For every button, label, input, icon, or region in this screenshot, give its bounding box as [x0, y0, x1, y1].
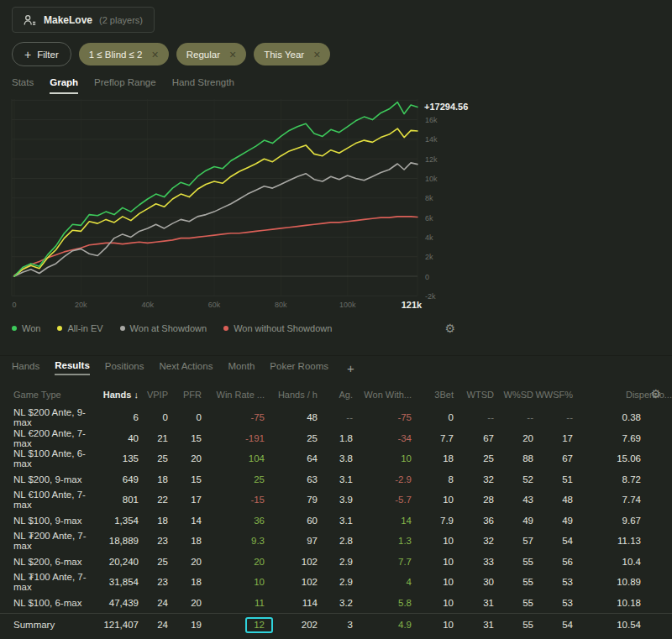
filter-chip-blind[interactable]: 1 ≤ Blind ≤ 2 × — [79, 43, 169, 65]
cell-value: 202 — [265, 620, 318, 630]
close-icon[interactable]: × — [229, 49, 236, 60]
table-row[interactable]: NL $200 Ante, 9-max600-7548---750------0… — [0, 407, 672, 428]
close-icon[interactable]: × — [152, 49, 159, 60]
table-settings-gear-icon[interactable]: ⚙ — [650, 388, 661, 400]
cell-value: 18,889 — [91, 536, 139, 546]
cell-value: 43 — [494, 495, 533, 505]
column-header-ag[interactable]: Ag. — [318, 390, 353, 400]
table-row[interactable]: NL $100, 6-max47,4392420111143.25.810315… — [0, 593, 672, 614]
y-axis-tick-label: 6k — [425, 214, 433, 223]
cell-value: 36 — [202, 516, 265, 526]
tab-stats[interactable]: Stats — [12, 77, 34, 94]
cell-value: 10 — [412, 620, 454, 630]
cell-value: 79 — [265, 495, 318, 505]
cell-value: 3 — [318, 620, 353, 630]
column-header-won-with[interactable]: Won With... — [353, 390, 412, 400]
player-group-meta: (2 players) — [99, 15, 143, 25]
table-row[interactable]: NL $100, 9-max1,354181436603.1147.936494… — [0, 511, 672, 532]
column-header-w%sd[interactable]: W%SD — [494, 390, 533, 400]
column-header-pfr[interactable]: PFR — [168, 390, 202, 400]
cell-value: -34 — [353, 433, 412, 443]
column-header-vpip[interactable]: VPIP — [139, 390, 168, 400]
legend-item-won-without-showdown[interactable]: Won without Showdown — [223, 323, 332, 333]
filter-bar: + Filter 1 ≤ Blind ≤ 2 × Regular × This … — [12, 43, 672, 65]
cell-value: 32 — [454, 536, 494, 546]
cell-game-type: NL ₮100 Ante, 7-max — [0, 572, 91, 592]
players-icon — [24, 14, 37, 26]
cell-value: 10 — [353, 453, 412, 464]
cell-value: 104 — [202, 453, 265, 464]
cell-value: 20,240 — [91, 557, 139, 567]
x-axis-tick-label: 60k — [208, 301, 221, 309]
tab-graph[interactable]: Graph — [50, 77, 78, 94]
add-tab-icon[interactable]: + — [347, 361, 354, 375]
cell-value: 24 — [139, 598, 168, 608]
cell-game-type: Summary — [0, 620, 91, 630]
chart-settings-gear-icon[interactable]: ⚙ — [444, 322, 455, 334]
tab-results[interactable]: Results — [55, 360, 90, 375]
column-header-3bet[interactable]: 3Bet — [412, 390, 454, 400]
table-row[interactable]: NL €200 Ante, 7-max402115-191251.8-347.7… — [0, 428, 672, 449]
legend-label: Won without Showdown — [234, 323, 332, 333]
cell-value: 14 — [168, 516, 202, 526]
filter-chip-this-year[interactable]: This Year × — [254, 43, 330, 65]
column-header-win-rate[interactable]: Win Rate ... — [202, 390, 265, 400]
y-axis-tick-label: 0 — [425, 273, 429, 281]
legend-item-won-at-showdown[interactable]: Won at Showdown — [120, 323, 207, 333]
cell-value: 97 — [265, 536, 318, 546]
x-axis-tick-label: 0 — [12, 301, 16, 309]
cell-value: 55 — [494, 577, 533, 587]
x-axis-tick-label: 80k — [275, 301, 287, 309]
cell-value: 10 — [412, 577, 454, 587]
cell-value: 21 — [139, 433, 168, 443]
filter-chip-regular[interactable]: Regular × — [176, 43, 246, 65]
tab-hand-strength[interactable]: Hand Strength — [172, 77, 234, 94]
tab-hands[interactable]: Hands — [12, 361, 39, 374]
tab-positions[interactable]: Positions — [105, 361, 144, 374]
cell-value: 2.9 — [318, 577, 353, 587]
cell-value: 2.8 — [318, 536, 353, 546]
cell-value: 19 — [168, 620, 202, 630]
current-value-label: +17294.56 — [424, 102, 468, 112]
column-header-hands[interactable]: Hands ↓ — [91, 390, 139, 400]
filter-chip-label: This Year — [264, 50, 304, 60]
table-row[interactable]: NL ₮100 Ante, 7-max31,8542318101022.9410… — [0, 572, 672, 593]
player-group-name: MakeLove — [44, 14, 92, 26]
column-header-wwsf%[interactable]: WWSF% — [533, 390, 573, 400]
cell-value: -5.7 — [353, 495, 412, 505]
cell-value: 135 — [91, 453, 139, 464]
legend-item-won[interactable]: Won — [12, 323, 40, 333]
tab-next-actions[interactable]: Next Actions — [159, 361, 213, 374]
add-filter-button[interactable]: + Filter — [12, 42, 71, 66]
main-tab-bar: Stats Graph Preflop Range Hand Strength — [12, 77, 672, 94]
tab-preflop-range[interactable]: Preflop Range — [94, 77, 156, 94]
table-row[interactable]: NL $200, 6-max20,2402520201022.97.710335… — [0, 552, 672, 573]
column-header-hands-h[interactable]: Hands / h — [265, 390, 318, 400]
cell-value: 67 — [454, 433, 494, 443]
cell-value: -15 — [202, 495, 265, 505]
cell-value: 8 — [412, 474, 454, 484]
cell-game-type: NL $100 Ante, 6-max — [0, 448, 91, 469]
cell-game-type: NL $200, 6-max — [0, 557, 91, 567]
table-row[interactable]: NL €100 Ante, 7-max8012217-15793.9-5.710… — [0, 490, 672, 511]
legend-item-all-in-ev[interactable]: All-in EV — [57, 323, 102, 333]
cell-value: 22 — [139, 495, 168, 505]
cell-value: 55 — [494, 598, 533, 608]
table-row[interactable]: NL $200, 9-max649181525633.1-2.983252518… — [0, 469, 672, 490]
table-row[interactable]: NL $100 Ante, 6-max1352520104643.8101825… — [0, 448, 672, 469]
column-header-wtsd[interactable]: WTSD — [454, 390, 494, 400]
player-group-selector[interactable]: MakeLove (2 players) — [12, 7, 155, 33]
app-window: MakeLove (2 players) + Filter 1 ≤ Blind … — [0, 0, 672, 639]
tab-month[interactable]: Month — [228, 361, 255, 374]
tab-poker-rooms[interactable]: Poker Rooms — [270, 361, 328, 374]
x-axis-end-label: 121k — [402, 300, 423, 310]
cell-value: 10.18 — [573, 598, 672, 608]
table-row[interactable]: NL ₮200 Ante, 7-max18,88923189.3972.81.3… — [0, 531, 672, 552]
column-header-game-type[interactable]: Game Type — [0, 390, 91, 400]
close-icon[interactable]: × — [313, 49, 320, 60]
cell-value: 17 — [533, 433, 573, 443]
cell-value: 11 — [202, 598, 265, 608]
cell-value: 3.1 — [318, 516, 353, 526]
cell-value: 15 — [168, 433, 202, 443]
results-table-body: NL $200 Ante, 9-max600-7548---750------0… — [0, 407, 672, 636]
